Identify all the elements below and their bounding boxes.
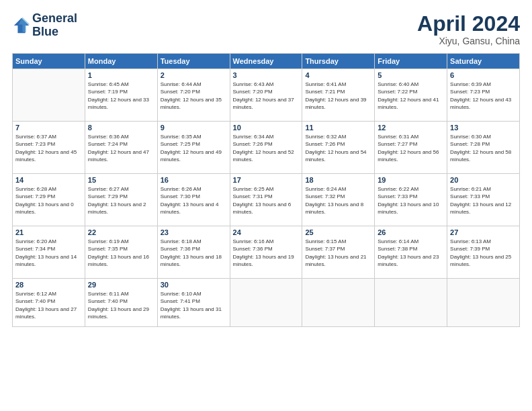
day-cell-5: 5Sunrise: 6:40 AMSunset: 7:22 PMDaylight…: [375, 69, 447, 122]
day-info: Sunrise: 6:20 AMSunset: 7:34 PMDaylight:…: [15, 238, 82, 268]
day-cell-30: 30Sunrise: 6:10 AMSunset: 7:41 PMDayligh…: [157, 279, 230, 327]
header-cell-sunday: Sunday: [13, 54, 85, 69]
day-cell-3: 3Sunrise: 6:43 AMSunset: 7:20 PMDaylight…: [230, 69, 302, 122]
day-number: 29: [88, 281, 154, 289]
day-cell-12: 12Sunrise: 6:31 AMSunset: 7:27 PMDayligh…: [375, 122, 447, 174]
day-info: Sunrise: 6:39 AMSunset: 7:23 PMDaylight:…: [450, 81, 517, 111]
day-number: 13: [450, 124, 517, 132]
day-number: 22: [88, 228, 154, 236]
day-info: Sunrise: 6:32 AMSunset: 7:26 PMDaylight:…: [305, 133, 371, 163]
day-number: 16: [161, 176, 227, 184]
calendar-title: April 2024: [417, 12, 520, 36]
day-info: Sunrise: 6:19 AMSunset: 7:35 PMDaylight:…: [88, 238, 154, 268]
day-info: Sunrise: 6:25 AMSunset: 7:31 PMDaylight:…: [233, 185, 300, 216]
calendar-subtitle: Xiyu, Gansu, China: [417, 36, 520, 46]
day-cell-2: 2Sunrise: 6:44 AMSunset: 7:20 PMDaylight…: [157, 69, 230, 122]
day-number: 1: [88, 71, 154, 79]
day-number: 21: [15, 228, 82, 236]
day-info: Sunrise: 6:41 AMSunset: 7:21 PMDaylight:…: [305, 81, 371, 111]
day-info: Sunrise: 6:40 AMSunset: 7:22 PMDaylight:…: [378, 81, 444, 111]
day-cell-15: 15Sunrise: 6:27 AMSunset: 7:29 PMDayligh…: [85, 174, 157, 226]
day-cell-16: 16Sunrise: 6:26 AMSunset: 7:30 PMDayligh…: [157, 174, 230, 226]
day-number: 26: [378, 228, 444, 236]
calendar-header: SundayMondayTuesdayWednesdayThursdayFrid…: [13, 54, 520, 69]
week-row-2: 14Sunrise: 6:28 AMSunset: 7:29 PMDayligh…: [13, 174, 520, 226]
day-cell-empty-4: [302, 279, 375, 327]
day-cell-22: 22Sunrise: 6:19 AMSunset: 7:35 PMDayligh…: [85, 226, 157, 279]
day-info: Sunrise: 6:14 AMSunset: 7:38 PMDaylight:…: [378, 238, 444, 268]
day-info: Sunrise: 6:13 AMSunset: 7:39 PMDaylight:…: [450, 238, 517, 268]
day-info: Sunrise: 6:26 AMSunset: 7:30 PMDaylight:…: [161, 185, 227, 216]
day-cell-17: 17Sunrise: 6:25 AMSunset: 7:31 PMDayligh…: [230, 174, 302, 226]
calendar-body: 1Sunrise: 6:45 AMSunset: 7:19 PMDaylight…: [13, 69, 520, 327]
header: General Blue April 2024 Xiyu, Gansu, Chi…: [12, 12, 520, 46]
header-cell-tuesday: Tuesday: [157, 54, 230, 69]
day-info: Sunrise: 6:45 AMSunset: 7:19 PMDaylight:…: [88, 81, 154, 111]
day-info: Sunrise: 6:27 AMSunset: 7:29 PMDaylight:…: [88, 185, 154, 216]
day-info: Sunrise: 6:36 AMSunset: 7:24 PMDaylight:…: [88, 133, 154, 163]
day-cell-empty-3: [230, 279, 302, 327]
day-info: Sunrise: 6:43 AMSunset: 7:20 PMDaylight:…: [233, 81, 300, 111]
header-cell-saturday: Saturday: [447, 54, 520, 69]
logo-line1: General: [32, 12, 77, 26]
day-cell-19: 19Sunrise: 6:22 AMSunset: 7:33 PMDayligh…: [375, 174, 447, 226]
logo-text: General Blue: [32, 12, 77, 39]
day-number: 10: [233, 124, 300, 132]
day-cell-27: 27Sunrise: 6:13 AMSunset: 7:39 PMDayligh…: [447, 226, 520, 279]
day-cell-10: 10Sunrise: 6:34 AMSunset: 7:26 PMDayligh…: [230, 122, 302, 174]
header-row: SundayMondayTuesdayWednesdayThursdayFrid…: [13, 54, 520, 69]
day-number: 4: [305, 71, 371, 79]
title-block: April 2024 Xiyu, Gansu, China: [417, 12, 520, 46]
header-cell-monday: Monday: [85, 54, 157, 69]
day-number: 24: [233, 228, 300, 236]
day-info: Sunrise: 6:16 AMSunset: 7:36 PMDaylight:…: [233, 238, 300, 268]
day-info: Sunrise: 6:18 AMSunset: 7:36 PMDaylight:…: [161, 238, 227, 268]
day-number: 19: [378, 176, 444, 184]
week-row-1: 7Sunrise: 6:37 AMSunset: 7:23 PMDaylight…: [13, 122, 520, 174]
day-cell-empty-0: [13, 69, 85, 122]
header-cell-wednesday: Wednesday: [230, 54, 302, 69]
day-info: Sunrise: 6:44 AMSunset: 7:20 PMDaylight:…: [161, 81, 227, 111]
day-number: 9: [161, 124, 227, 132]
day-info: Sunrise: 6:11 AMSunset: 7:40 PMDaylight:…: [88, 290, 154, 320]
week-row-3: 21Sunrise: 6:20 AMSunset: 7:34 PMDayligh…: [13, 226, 520, 279]
calendar-table: SundayMondayTuesdayWednesdayThursdayFrid…: [12, 53, 520, 327]
day-info: Sunrise: 6:12 AMSunset: 7:40 PMDaylight:…: [15, 290, 82, 320]
day-cell-empty-6: [447, 279, 520, 327]
day-cell-6: 6Sunrise: 6:39 AMSunset: 7:23 PMDaylight…: [447, 69, 520, 122]
day-number: 17: [233, 176, 300, 184]
week-row-4: 28Sunrise: 6:12 AMSunset: 7:40 PMDayligh…: [13, 279, 520, 327]
day-info: Sunrise: 6:21 AMSunset: 7:33 PMDaylight:…: [450, 185, 517, 216]
logo-line2: Blue: [32, 26, 77, 39]
week-row-0: 1Sunrise: 6:45 AMSunset: 7:19 PMDaylight…: [13, 69, 520, 122]
day-number: 11: [305, 124, 371, 132]
day-cell-4: 4Sunrise: 6:41 AMSunset: 7:21 PMDaylight…: [302, 69, 375, 122]
day-number: 18: [305, 176, 371, 184]
day-number: 30: [161, 281, 227, 289]
logo: General Blue: [12, 12, 77, 39]
day-cell-11: 11Sunrise: 6:32 AMSunset: 7:26 PMDayligh…: [302, 122, 375, 174]
day-cell-14: 14Sunrise: 6:28 AMSunset: 7:29 PMDayligh…: [13, 174, 85, 226]
day-info: Sunrise: 6:35 AMSunset: 7:25 PMDaylight:…: [161, 133, 227, 163]
day-cell-24: 24Sunrise: 6:16 AMSunset: 7:36 PMDayligh…: [230, 226, 302, 279]
header-cell-friday: Friday: [375, 54, 447, 69]
day-info: Sunrise: 6:22 AMSunset: 7:33 PMDaylight:…: [378, 185, 444, 216]
day-number: 6: [450, 71, 517, 79]
day-cell-21: 21Sunrise: 6:20 AMSunset: 7:34 PMDayligh…: [13, 226, 85, 279]
day-number: 25: [305, 228, 371, 236]
day-cell-23: 23Sunrise: 6:18 AMSunset: 7:36 PMDayligh…: [157, 226, 230, 279]
day-cell-empty-5: [375, 279, 447, 327]
day-number: 27: [450, 228, 517, 236]
day-number: 3: [233, 71, 300, 79]
day-info: Sunrise: 6:31 AMSunset: 7:27 PMDaylight:…: [378, 133, 444, 163]
day-cell-26: 26Sunrise: 6:14 AMSunset: 7:38 PMDayligh…: [375, 226, 447, 279]
day-number: 20: [450, 176, 517, 184]
day-number: 23: [161, 228, 227, 236]
day-info: Sunrise: 6:30 AMSunset: 7:28 PMDaylight:…: [450, 133, 517, 163]
logo-icon: [12, 16, 31, 35]
day-cell-29: 29Sunrise: 6:11 AMSunset: 7:40 PMDayligh…: [85, 279, 157, 327]
day-number: 12: [378, 124, 444, 132]
day-cell-25: 25Sunrise: 6:15 AMSunset: 7:37 PMDayligh…: [302, 226, 375, 279]
day-cell-9: 9Sunrise: 6:35 AMSunset: 7:25 PMDaylight…: [157, 122, 230, 174]
day-cell-13: 13Sunrise: 6:30 AMSunset: 7:28 PMDayligh…: [447, 122, 520, 174]
